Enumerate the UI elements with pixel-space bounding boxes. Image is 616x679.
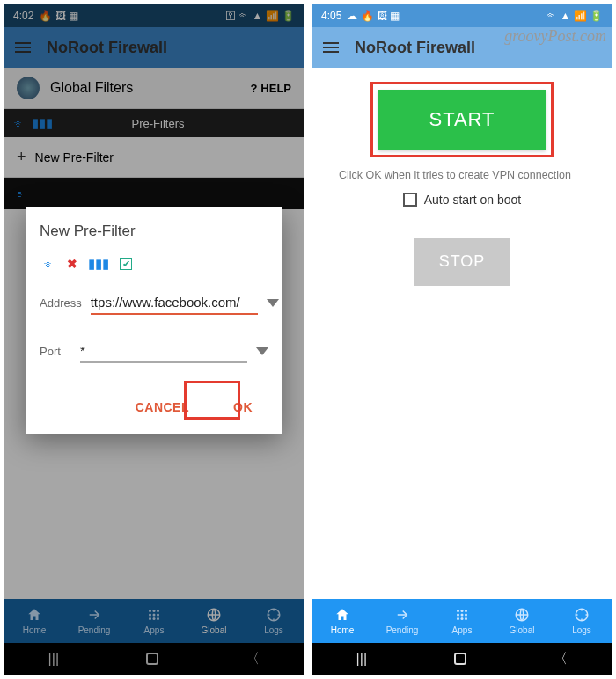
apps-icon xyxy=(146,607,162,623)
address-input[interactable] xyxy=(91,291,258,315)
app-bar: NoRoot Firewall xyxy=(4,27,304,68)
highlight-start: START xyxy=(370,82,554,157)
logs-icon xyxy=(266,607,282,623)
svg-point-18 xyxy=(461,617,464,620)
help-icon: ? xyxy=(250,82,257,95)
port-label: Port xyxy=(40,345,71,358)
signal-icon: ▮▮▮ xyxy=(32,115,53,131)
svg-point-7 xyxy=(153,617,156,620)
status-bar: 4:02 🔥 🖼 ▦ ⚿ ᯤ ▲ 📶 🔋 xyxy=(4,4,304,27)
prefilters-tab[interactable]: ᯤ ▮▮▮ Pre-Filters xyxy=(4,109,304,137)
tab-label: Pre-Filters xyxy=(62,117,254,130)
address-dropdown-icon[interactable] xyxy=(267,299,279,307)
home-icon xyxy=(26,607,42,623)
nav-apps-label: Apps xyxy=(144,625,165,635)
nav-logs-label: Logs xyxy=(264,625,283,635)
svg-point-0 xyxy=(149,610,151,612)
pending-icon xyxy=(86,607,102,623)
status-icons-right: ᯤ ▲ 📶 🔋 xyxy=(546,10,603,22)
nav-apps[interactable]: Apps xyxy=(124,599,184,643)
nav-pending[interactable]: Pending xyxy=(372,599,432,643)
svg-point-8 xyxy=(157,617,159,620)
nav-logs-label: Logs xyxy=(572,625,591,635)
address-label: Address xyxy=(40,296,82,310)
recent-apps-button[interactable]: ||| xyxy=(48,651,59,667)
nav-home-label: Home xyxy=(331,625,355,635)
system-nav: ||| 〈 xyxy=(4,643,304,675)
wifi-icon: ᯤ xyxy=(13,116,26,131)
svg-point-2 xyxy=(157,610,159,612)
globe-icon xyxy=(514,607,530,623)
address-field-row: Address xyxy=(40,291,268,315)
home-button[interactable] xyxy=(146,653,158,665)
apps-icon xyxy=(454,607,470,623)
new-prefilter-dialog: New Pre-Filter ᯤ ✖ ▮▮▮ ✔ Address Port CA… xyxy=(26,207,282,434)
svg-point-13 xyxy=(465,610,467,612)
ok-button[interactable]: OK xyxy=(224,393,261,421)
nav-global[interactable]: Global xyxy=(184,599,244,643)
nav-home[interactable]: Home xyxy=(4,599,64,643)
help-label: HELP xyxy=(260,82,291,95)
vpn-hint-text: Click OK when it tries to create VPN con… xyxy=(339,168,571,184)
wifi-icon: ᯤ xyxy=(15,186,28,201)
nav-pending[interactable]: Pending xyxy=(64,599,124,643)
nav-global-label: Global xyxy=(202,625,227,635)
nav-logs[interactable]: Logs xyxy=(552,599,612,643)
menu-icon[interactable] xyxy=(323,42,339,53)
protocol-icons: ᯤ ✖ ▮▮▮ ✔ xyxy=(40,256,268,272)
back-button[interactable]: 〈 xyxy=(246,650,260,668)
recent-apps-button[interactable]: ||| xyxy=(356,651,367,667)
block-icon[interactable]: ✖ xyxy=(67,257,77,271)
auto-start-checkbox-row[interactable]: Auto start on boot xyxy=(403,193,522,207)
bottom-nav: Home Pending Apps Global Logs xyxy=(312,599,612,643)
right-screenshot: groovyPost.com 4:05 ☁ 🔥 🖼 ▦ ᯤ ▲ 📶 🔋 NoRo… xyxy=(312,4,612,675)
left-screenshot: 4:02 🔥 🖼 ▦ ⚿ ᯤ ▲ 📶 🔋 NoRoot Firewall Glo… xyxy=(4,4,304,675)
svg-point-14 xyxy=(457,614,459,617)
plus-icon: + xyxy=(17,148,26,166)
checkbox-icon[interactable] xyxy=(403,193,417,207)
port-input[interactable] xyxy=(80,340,247,363)
svg-point-3 xyxy=(149,614,151,617)
system-nav: ||| 〈 xyxy=(312,643,612,675)
status-time: 4:02 xyxy=(13,10,33,22)
home-icon xyxy=(334,607,350,623)
new-prefilter-label: New Pre-Filter xyxy=(35,150,114,164)
svg-point-16 xyxy=(465,614,467,617)
signal-icon[interactable]: ▮▮▮ xyxy=(88,256,109,272)
svg-point-5 xyxy=(157,614,159,617)
port-field-row: Port xyxy=(40,340,268,363)
app-bar: NoRoot Firewall xyxy=(312,27,612,68)
nav-home-label: Home xyxy=(23,625,47,635)
status-icons-left: ☁ 🔥 🖼 ▦ xyxy=(347,10,400,22)
screen-content: START Click OK when it tries to create V… xyxy=(312,68,612,599)
app-title: NoRoot Firewall xyxy=(355,39,475,57)
start-button[interactable]: START xyxy=(378,90,546,150)
port-dropdown-icon[interactable] xyxy=(256,347,268,355)
nav-logs[interactable]: Logs xyxy=(244,599,304,643)
allow-icon[interactable]: ✔ xyxy=(120,258,132,270)
cancel-button[interactable]: CANCEL xyxy=(127,393,198,421)
status-icons-right: ⚿ ᯤ ▲ 📶 🔋 xyxy=(225,10,295,22)
bottom-nav: Home Pending Apps Global Logs xyxy=(4,599,304,643)
status-time: 4:05 xyxy=(321,10,341,22)
back-button[interactable]: 〈 xyxy=(554,650,568,668)
dialog-actions: CANCEL OK xyxy=(40,388,268,425)
nav-apps[interactable]: Apps xyxy=(432,599,492,643)
new-prefilter-row[interactable]: + New Pre-Filter xyxy=(4,137,304,178)
wifi-icon[interactable]: ᯤ xyxy=(43,257,56,272)
help-button[interactable]: ? HELP xyxy=(250,82,291,95)
svg-point-11 xyxy=(457,610,459,612)
global-filters-row[interactable]: Global Filters ? HELP xyxy=(4,68,304,109)
stop-button: STOP xyxy=(414,238,510,286)
svg-point-1 xyxy=(153,610,156,612)
nav-home[interactable]: Home xyxy=(312,599,372,643)
nav-global[interactable]: Global xyxy=(492,599,552,643)
nav-apps-label: Apps xyxy=(452,625,473,635)
status-bar: 4:05 ☁ 🔥 🖼 ▦ ᯤ ▲ 📶 🔋 xyxy=(312,4,612,27)
status-icons-left: 🔥 🖼 ▦ xyxy=(39,10,78,22)
nav-pending-label: Pending xyxy=(78,625,111,635)
menu-icon[interactable] xyxy=(15,42,31,53)
globe-icon xyxy=(206,607,222,623)
dialog-title: New Pre-Filter xyxy=(40,223,268,240)
home-button[interactable] xyxy=(454,653,466,665)
